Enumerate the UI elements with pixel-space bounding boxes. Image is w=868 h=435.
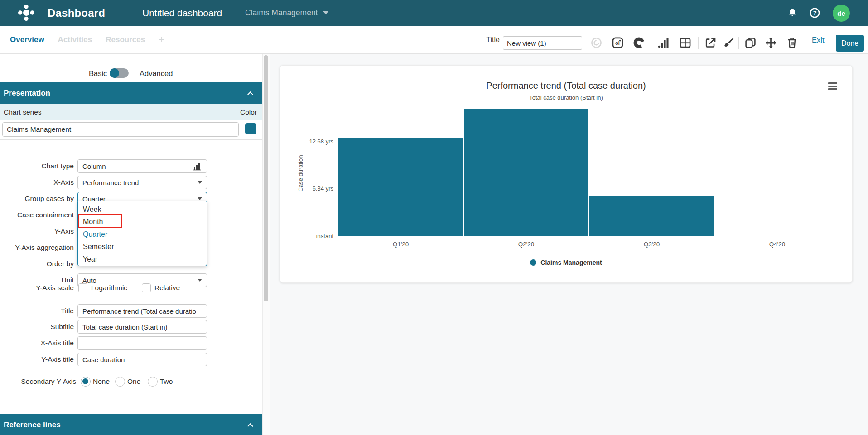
column-chart-icon — [193, 162, 202, 171]
notifications-bell-icon[interactable] — [786, 7, 798, 19]
field-row-x-axis-title: X-Axis title — [0, 336, 208, 350]
chart-title-label: Title — [0, 304, 74, 318]
y-tick-label: 12.68 yrs — [280, 138, 333, 145]
log-selector-dropdown[interactable]: Claims Management — [245, 0, 328, 26]
secondary-two-radio[interactable] — [148, 377, 158, 387]
case-containment-label: Case containment — [0, 208, 74, 222]
style-brush-icon[interactable] — [722, 37, 734, 49]
tab-overview[interactable]: Overview — [10, 35, 44, 44]
plot-area — [338, 95, 840, 236]
bar-Q1'20[interactable] — [338, 138, 463, 236]
chart-type-select[interactable]: Column — [77, 159, 207, 173]
delete-icon[interactable] — [786, 37, 798, 49]
copy-icon[interactable] — [744, 37, 757, 49]
chart-title-input-wrap — [77, 304, 207, 318]
reference-lines-section-header[interactable]: Reference lines — [0, 414, 262, 435]
x-tick-label: Q3'20 — [644, 241, 660, 248]
secondary-two-label: Two — [160, 375, 173, 388]
field-row-y-axis-title: Y-Axis title — [0, 353, 208, 366]
dropdown-option-month[interactable]: Month — [78, 215, 207, 228]
radio-dot — [82, 378, 88, 384]
y-tick-label: instant — [280, 233, 333, 239]
tab-resources[interactable]: Resources — [106, 35, 145, 44]
presentation-section-header[interactable]: Presentation — [0, 82, 262, 104]
bpmn-model-icon[interactable]: oi — [612, 37, 624, 49]
apromore-logo-icon — [17, 4, 35, 22]
secondary-none-label: None — [93, 375, 110, 388]
settings-sidebar: Basic Advanced Presentation Chart series… — [0, 54, 262, 435]
export-icon[interactable] — [704, 37, 717, 49]
advanced-mode-label: Advanced — [140, 66, 173, 81]
sidebar-scrollbar-thumb[interactable] — [264, 55, 268, 301]
chart-series-label: Chart series — [4, 104, 42, 120]
x-axis-title-label: X-Axis title — [0, 336, 74, 350]
chevron-down-icon — [198, 279, 202, 282]
basic-mode-label: Basic — [89, 66, 107, 81]
series-name-input[interactable] — [2, 122, 239, 137]
x-axis-title-input[interactable] — [82, 339, 202, 347]
field-row-chart-type: Chart type Column — [0, 159, 208, 173]
toolbar-separator — [738, 37, 739, 49]
dropdown-option-year[interactable]: Year — [78, 253, 207, 265]
chevron-up-icon — [247, 423, 253, 429]
chart-menu-icon[interactable] — [828, 82, 838, 91]
x-tick-label: Q2'20 — [518, 241, 535, 248]
relative-label: Relative — [154, 281, 180, 295]
dashboard-canvas: Performance trend (Total case duration) … — [270, 54, 868, 435]
dropdown-option-semester[interactable]: Semester — [78, 240, 207, 253]
color-column-label: Color — [240, 104, 257, 120]
table-icon[interactable] — [679, 37, 691, 49]
chart-subtitle-input-wrap — [77, 320, 207, 334]
bar-Q2'20[interactable] — [464, 109, 588, 236]
chart-type-label: Chart type — [0, 159, 74, 173]
field-row-subtitle: Subtitle — [0, 320, 208, 334]
exit-link[interactable]: Exit — [812, 26, 825, 54]
relative-checkbox[interactable] — [142, 283, 151, 292]
user-avatar[interactable]: de — [833, 5, 850, 22]
chart-title: Performance trend (Total case duration) — [280, 81, 852, 91]
help-icon[interactable]: ? — [809, 7, 821, 19]
view-title-input[interactable] — [503, 36, 582, 50]
x-tick-label: Q1'20 — [393, 241, 409, 248]
secondary-one-label: One — [127, 375, 140, 388]
toolbar-separator — [698, 37, 699, 49]
logarithmic-label: Logarithmic — [91, 281, 127, 295]
legend-label: Claims Management — [540, 259, 602, 266]
x-axis-label: X-Axis — [0, 176, 74, 189]
dropdown-option-quarter[interactable]: Quarter — [78, 228, 207, 240]
chart-title-input[interactable] — [82, 307, 202, 315]
y-axis-aggregation-label: Y-Axis aggregation — [0, 241, 74, 254]
group-cases-by-dropdown: Week Month Quarter Semester Year — [77, 201, 207, 266]
secondary-none-radio[interactable] — [81, 377, 91, 387]
bar-Q3'20[interactable] — [589, 196, 714, 236]
column-chart-icon[interactable] — [657, 37, 669, 49]
app-title: Dashboard — [48, 0, 105, 26]
chevron-down-icon — [198, 197, 202, 200]
divider — [0, 139, 262, 140]
donut-chart-icon[interactable] — [633, 37, 645, 49]
add-tab-button[interactable]: + — [159, 34, 164, 46]
chart-legend[interactable]: Claims Management — [280, 258, 852, 268]
y-axis-title-input[interactable] — [82, 356, 202, 363]
chart-series-row: Chart series Color — [0, 104, 262, 120]
secondary-one-radio[interactable] — [115, 377, 125, 387]
done-button[interactable]: Done — [836, 35, 864, 52]
y-axis-label: Y-Axis — [0, 225, 74, 238]
move-icon[interactable] — [765, 37, 777, 49]
dashboard-name: Untitled dashboard — [142, 0, 222, 26]
chevron-up-icon — [247, 91, 253, 97]
dropdown-option-week[interactable]: Week — [78, 203, 207, 215]
x-axis-select[interactable]: Performance trend — [77, 176, 207, 189]
chart-subtitle-label: Subtitle — [0, 320, 74, 334]
chart-subtitle-input[interactable] — [82, 323, 202, 331]
tab-activities[interactable]: Activities — [58, 35, 92, 44]
series-color-swatch[interactable] — [245, 123, 256, 134]
basic-advanced-toggle[interactable] — [110, 68, 129, 78]
view-toolbar: Overview Activities Resources + Title oi — [0, 26, 868, 54]
view-title-label: Title — [471, 26, 500, 54]
x-axis-title-input-wrap — [77, 336, 207, 350]
order-by-label: Order by — [0, 257, 74, 271]
logarithmic-checkbox[interactable] — [78, 283, 87, 292]
y-axis-title-input-wrap — [77, 353, 207, 366]
x-tick-label: Q4'20 — [769, 241, 786, 248]
